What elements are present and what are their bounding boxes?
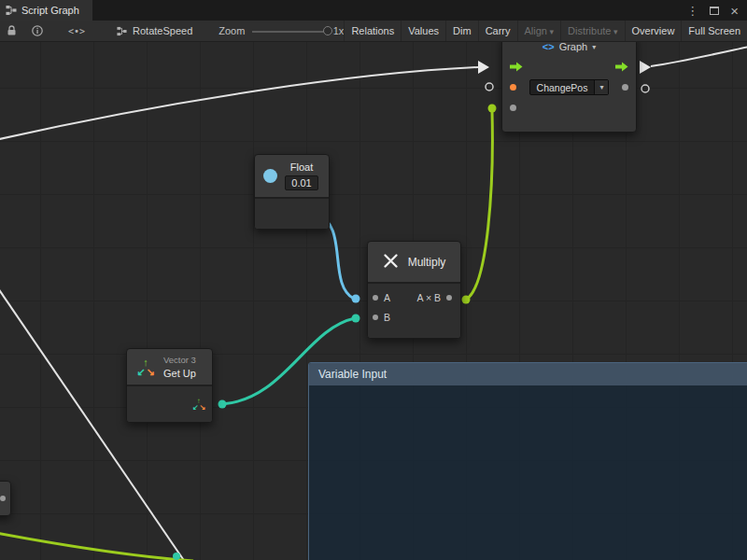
multiply-node[interactable]: Multiply A A × B B xyxy=(367,241,461,339)
chevron-down-icon[interactable] xyxy=(594,80,608,94)
flow-in-arrow-icon xyxy=(478,61,489,74)
zoom-slider-knob[interactable] xyxy=(323,26,332,35)
variable-input-group[interactable]: Variable Input xyxy=(308,362,747,560)
relations-button[interactable]: Relations xyxy=(344,21,401,41)
variable-dropdown[interactable]: ChangePos xyxy=(529,79,610,95)
event-node-title: Graph xyxy=(559,42,588,52)
vector-node-title: Get Up xyxy=(163,368,196,379)
overview-button[interactable]: Overview xyxy=(625,21,682,41)
port-dot-icon[interactable] xyxy=(373,295,378,301)
flow-out-arrow-icon xyxy=(640,61,651,74)
changepos-input-endpoint[interactable] xyxy=(488,105,497,113)
graph-event-node[interactable]: <> Graph ChangePos xyxy=(501,42,637,133)
wire-multiply-to-changepos[interactable] xyxy=(466,111,492,300)
group-header[interactable]: Variable Input xyxy=(309,363,747,385)
getup-output-port[interactable] xyxy=(218,400,227,409)
window-controls: ⋮ × xyxy=(686,0,747,21)
align-button[interactable]: Align xyxy=(517,21,561,41)
vector-node-body: ↑ ↙↘ xyxy=(127,385,212,422)
port-axb-label: A × B xyxy=(417,292,441,303)
close-icon[interactable]: × xyxy=(730,4,739,18)
unconnected-port-left[interactable] xyxy=(486,83,493,91)
vector-node-type: Vector 3 xyxy=(163,355,196,365)
port-dot-icon[interactable] xyxy=(446,295,452,301)
multiply-b-endpoint[interactable] xyxy=(352,315,360,323)
values-button[interactable]: Values xyxy=(401,21,445,41)
wire-flow-in[interactable] xyxy=(0,67,478,140)
event-node-title-row[interactable]: <> Graph xyxy=(502,42,636,58)
multiply-input-a[interactable]: A xyxy=(373,292,390,303)
port-dot-icon[interactable] xyxy=(373,315,378,320)
value-out-port[interactable] xyxy=(622,84,628,91)
float-node-title: Float xyxy=(290,161,313,173)
zoom-label: Zoom xyxy=(218,25,245,36)
zoom-value: 1x xyxy=(333,25,345,36)
tab-script-graph[interactable]: Script Graph xyxy=(0,0,92,21)
wire-flow-out[interactable] xyxy=(651,47,747,66)
lock-icon[interactable] xyxy=(7,25,17,36)
multiply-output-axb[interactable]: A × B xyxy=(417,292,452,303)
tab-bar: Script Graph ⋮ × xyxy=(0,0,747,21)
distribute-button[interactable]: Distribute xyxy=(560,21,625,41)
menu-icon[interactable]: ⋮ xyxy=(686,5,698,17)
offscreen-node[interactable] xyxy=(0,481,11,516)
fullscreen-button[interactable]: Full Screen xyxy=(681,21,747,41)
info-icon[interactable] xyxy=(32,25,43,36)
wire-bottom-left[interactable] xyxy=(0,533,193,560)
script-graph-icon xyxy=(6,5,17,16)
flow-out-port[interactable] xyxy=(615,62,628,74)
carry-button[interactable]: Carry xyxy=(478,21,517,41)
wire-diagonal[interactable] xyxy=(0,286,185,560)
code-icon[interactable]: <•> xyxy=(68,26,85,36)
zoom-slider-track[interactable] xyxy=(252,31,323,33)
flow-in-port[interactable] xyxy=(510,62,523,74)
graph-code-icon: <> xyxy=(543,42,555,52)
multiply-icon xyxy=(383,253,399,271)
zoom-slider[interactable] xyxy=(252,21,329,42)
offscreen-node-port[interactable] xyxy=(0,496,6,501)
group-title: Variable Input xyxy=(318,368,387,381)
graph-canvas[interactable]: Variable Input <> Graph xyxy=(0,42,747,560)
vector3-icon: ↑ ↙↘ xyxy=(135,357,156,376)
dim-button[interactable]: Dim xyxy=(445,21,478,41)
variable-dropdown-value: ChangePos xyxy=(530,82,595,93)
bottom-wire-port[interactable] xyxy=(173,553,180,560)
float-value-input[interactable]: 0.01 xyxy=(285,175,318,190)
multiply-node-title: Multiply xyxy=(408,256,446,269)
toolbar-buttons: Relations Values Dim Carry Align Distrib… xyxy=(344,21,747,41)
multiply-a-endpoint[interactable] xyxy=(352,295,360,303)
multiply-input-b[interactable]: B xyxy=(373,312,390,323)
maximize-icon[interactable] xyxy=(710,7,719,15)
value-in-port[interactable] xyxy=(510,105,516,111)
unconnected-port-right[interactable] xyxy=(641,85,649,92)
tab-title: Script Graph xyxy=(21,5,79,16)
port-a-label: A xyxy=(384,292,390,303)
vector3-getup-node[interactable]: ↑ ↙↘ Vector 3 Get Up ↑ ↙↘ xyxy=(126,348,213,423)
float-icon xyxy=(263,169,277,183)
graph-asset-icon xyxy=(117,26,127,36)
getup-port-icon[interactable]: ↑ ↙↘ xyxy=(191,398,206,411)
graph-name[interactable]: RotateSpeed xyxy=(133,25,192,36)
float-node[interactable]: Float 0.01 xyxy=(254,154,330,230)
port-b-label: B xyxy=(384,312,390,323)
multiply-output-endpoint[interactable] xyxy=(462,296,471,304)
float-node-body xyxy=(255,197,329,229)
toolbar: <•> RotateSpeed Zoom 1x Relations Values… xyxy=(0,21,747,42)
target-port[interactable] xyxy=(510,84,516,91)
